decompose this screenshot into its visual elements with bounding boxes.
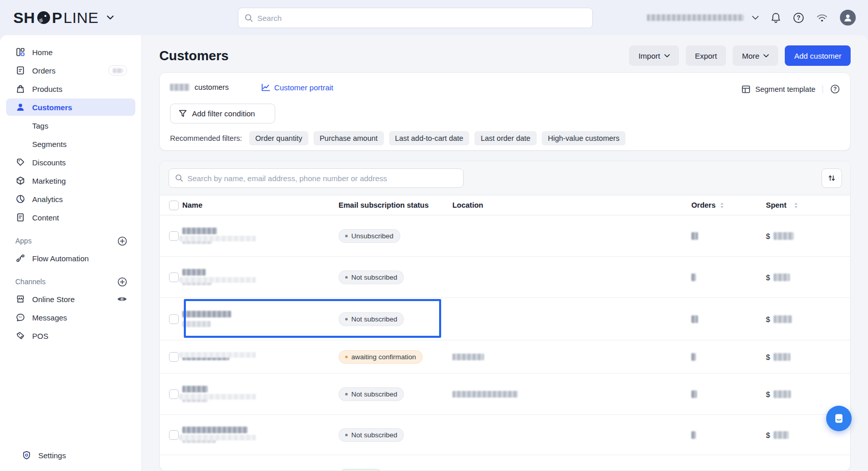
email-status-cell: Not subscribed — [339, 387, 452, 401]
currency-symbol: $ — [766, 431, 770, 439]
store-visibility-eye-icon[interactable] — [117, 295, 127, 303]
sort-button[interactable] — [822, 168, 842, 188]
user-avatar[interactable] — [840, 10, 856, 26]
sidebar-item-flow-automation[interactable]: Flow Automation — [6, 250, 135, 267]
email-status-cell: Unsubscribed — [339, 229, 452, 243]
sidebar-item-content[interactable]: Content — [6, 209, 135, 226]
import-button[interactable]: Import — [629, 45, 679, 66]
customer-name-cell[interactable] — [182, 427, 339, 443]
sidebar-label: Segments — [32, 140, 67, 148]
messages-icon — [15, 313, 25, 322]
row-checkbox[interactable] — [169, 272, 179, 282]
export-button[interactable]: Export — [686, 45, 726, 66]
column-header-orders: Orders — [691, 201, 716, 209]
select-all-checkbox[interactable] — [169, 201, 179, 210]
brand-chevron-down-icon[interactable] — [107, 15, 114, 20]
redacted-tags-band — [179, 394, 256, 400]
add-filter-condition-button[interactable]: Add filter condition — [170, 104, 275, 123]
sidebar-item-tags[interactable]: Tags — [6, 117, 135, 134]
customer-name-cell[interactable] — [182, 269, 339, 285]
help-icon[interactable]: ? — [793, 12, 804, 23]
customer-name-cell[interactable] — [182, 228, 339, 244]
table-row[interactable]: Not subscribed$ — [160, 257, 850, 298]
main-content: Customers Import Export More Add custome… — [142, 35, 868, 471]
customer-search[interactable] — [168, 168, 464, 188]
sidebar-item-analytics[interactable]: Analytics — [6, 190, 135, 208]
customers-icon — [15, 103, 25, 112]
filter-help-icon[interactable]: ? — [830, 84, 840, 94]
orders-sort-icon[interactable] — [720, 202, 724, 209]
column-header-location: Location — [452, 201, 483, 209]
shopline-logo[interactable]: SH P LINE — [13, 9, 114, 27]
filter-funnel-icon — [179, 110, 187, 117]
table-row[interactable]: Not subscribed$ — [160, 415, 850, 455]
sidebar-item-messages[interactable]: Messages — [6, 309, 135, 326]
spent-cell: $ — [766, 353, 850, 361]
sidebar-item-settings[interactable]: Settings — [12, 447, 129, 464]
sidebar-item-orders[interactable]: Orders — [6, 62, 135, 79]
row-checkbox[interactable] — [169, 231, 179, 241]
status-badge: Not subscribed — [339, 387, 404, 401]
filter-chip-high-value-customers[interactable]: High-value customers — [542, 131, 625, 145]
sidebar-item-discounts[interactable]: Discounts — [6, 154, 135, 171]
filter-card: customers Customer portrait Segment temp… — [159, 72, 851, 151]
more-button[interactable]: More — [733, 45, 778, 66]
customer-portrait-link[interactable]: Customer portrait — [261, 83, 333, 92]
sidebar-label: Content — [32, 213, 59, 222]
filter-chip-purchase-amount[interactable]: Purchase amount — [314, 131, 384, 145]
customers-table-card: Name Email subscription status Location … — [159, 161, 851, 471]
notifications-bell-icon[interactable] — [770, 12, 781, 23]
column-header-email-status: Email subscription status — [339, 201, 428, 209]
segment-template-button[interactable]: Segment template — [741, 85, 815, 94]
spent-sort-icon[interactable] — [794, 202, 798, 209]
row-checkbox[interactable] — [169, 430, 179, 440]
sidebar-item-home[interactable]: Home — [6, 43, 135, 61]
sidebar-item-products[interactable]: Products — [6, 80, 135, 97]
customer-name-cell[interactable] — [182, 386, 339, 402]
filter-chip-last-add-to-cart-date[interactable]: Last add-to-cart date — [389, 131, 470, 145]
row-checkbox[interactable] — [169, 314, 179, 324]
sidebar-label: Orders — [32, 66, 56, 75]
apps-header-label: Apps — [15, 237, 32, 245]
sidebar-label: Tags — [32, 121, 49, 130]
spent-cell: $ — [766, 390, 850, 399]
sidebar-item-pos[interactable]: POS — [6, 327, 135, 344]
export-label: Export — [695, 52, 717, 60]
sidebar-item-customers[interactable]: Customers — [6, 98, 135, 116]
sidebar-item-marketing[interactable]: Marketing — [6, 172, 135, 189]
filter-chip-order-quantity[interactable]: Order quantity — [249, 131, 308, 145]
orders-cell — [691, 390, 766, 398]
add-customer-button[interactable]: Add customer — [785, 45, 851, 66]
table-row[interactable] — [160, 455, 850, 471]
global-search[interactable] — [238, 8, 593, 28]
add-customer-label: Add customer — [794, 52, 841, 60]
sidebar-item-online-store[interactable]: Online Store — [6, 290, 135, 308]
store-switcher[interactable] — [647, 14, 759, 21]
row-checkbox[interactable] — [169, 389, 179, 399]
network-wifi-icon[interactable] — [816, 13, 828, 23]
add-app-icon[interactable] — [117, 236, 127, 246]
chat-launcher-button[interactable] — [826, 406, 852, 431]
redacted-text-line — [182, 386, 208, 392]
filter-chip-last-order-date[interactable]: Last order date — [474, 131, 537, 145]
sidebar-item-segments[interactable]: Segments — [6, 135, 135, 153]
flow-automation-icon — [15, 254, 25, 263]
table-row[interactable]: awaiting confirmation$ — [160, 340, 850, 374]
customer-search-input[interactable] — [187, 174, 457, 183]
add-channel-icon[interactable] — [117, 277, 127, 287]
online-store-icon — [15, 294, 25, 304]
table-row[interactable]: Not subscribed$ — [160, 298, 850, 340]
redacted-tags-band — [179, 435, 256, 440]
discounts-icon — [15, 158, 25, 167]
redacted-location — [452, 354, 484, 360]
customer-name-cell[interactable] — [182, 354, 339, 360]
sidebar-label: Products — [32, 85, 62, 93]
global-search-input[interactable] — [257, 14, 586, 22]
customer-name-cell[interactable] — [182, 311, 339, 327]
table-row[interactable]: Unsubscribed$ — [160, 215, 850, 257]
currency-symbol: $ — [766, 273, 770, 282]
page-title: Customers — [159, 48, 229, 64]
row-checkbox[interactable] — [169, 352, 179, 362]
table-row[interactable]: Not subscribed$ — [160, 374, 850, 415]
table-search-band — [160, 161, 850, 195]
